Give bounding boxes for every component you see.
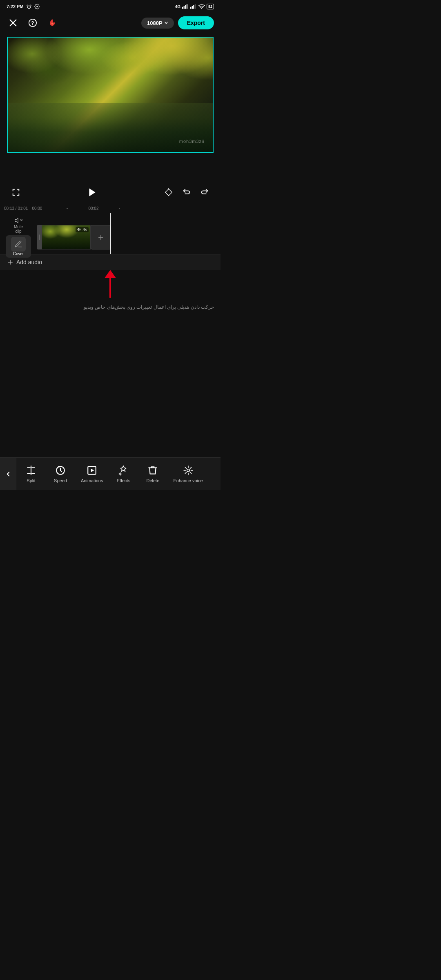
svg-rect-3 xyxy=(185,5,186,9)
tool-split[interactable]: Split xyxy=(16,461,46,486)
tool-enhance[interactable]: Enhance voice xyxy=(167,461,208,486)
split-label: Split xyxy=(27,478,35,483)
svg-marker-14 xyxy=(89,188,95,196)
export-button[interactable]: Export xyxy=(178,16,214,29)
undo-button[interactable] xyxy=(180,186,193,198)
signal-bars-1 xyxy=(182,4,189,9)
svg-rect-6 xyxy=(192,6,193,9)
settings-icon[interactable] xyxy=(34,4,40,9)
signal-bars-2 xyxy=(190,4,197,9)
clip-duration: 46.4s xyxy=(76,227,89,232)
mute-clip-button[interactable]: Mute clip xyxy=(14,216,23,234)
svg-point-9 xyxy=(201,8,202,9)
clip-strip: 46.4s + xyxy=(37,225,111,249)
current-time: 00:13 / 01:01 xyxy=(0,206,32,211)
svg-rect-7 xyxy=(193,5,194,9)
cover-label: Cover xyxy=(13,252,24,256)
svg-marker-15 xyxy=(165,189,172,196)
alarm-icon xyxy=(26,4,32,9)
ruler-marks: 00:00 00:02 xyxy=(32,206,220,211)
status-bar: 7:22 PM 4G 82 xyxy=(0,0,220,13)
enhance-icon xyxy=(183,465,194,476)
cover-button[interactable]: Cover xyxy=(6,235,31,258)
back-button[interactable] xyxy=(0,458,16,490)
network-4g: 4G xyxy=(175,4,180,9)
below-preview-space xyxy=(0,157,220,181)
svg-marker-17 xyxy=(15,218,18,223)
add-clip-button[interactable]: + xyxy=(91,225,111,249)
video-frame: moh3m3zii xyxy=(7,37,214,153)
speed-label: Speed xyxy=(54,478,67,483)
svg-point-27 xyxy=(187,469,189,472)
arrow-head xyxy=(105,270,116,278)
svg-rect-5 xyxy=(190,7,191,9)
svg-rect-2 xyxy=(184,6,185,9)
clock: 7:22 PM xyxy=(7,4,24,9)
svg-rect-4 xyxy=(187,4,187,9)
svg-rect-8 xyxy=(195,4,196,9)
redo-button[interactable] xyxy=(198,186,211,198)
playhead xyxy=(110,213,111,254)
mute-label: Mute xyxy=(14,225,23,229)
tool-delete[interactable]: Delete xyxy=(138,461,167,486)
keyframe-button[interactable] xyxy=(163,186,175,198)
arrow-area xyxy=(0,270,220,298)
tip-area: حرکت دادن هدپلی برای اعمال تغییرات روی ب… xyxy=(0,298,220,316)
close-button[interactable] xyxy=(7,16,20,29)
cover-icon-box xyxy=(11,237,26,252)
tool-animations[interactable]: Animations xyxy=(75,461,109,486)
fullscreen-button[interactable] xyxy=(10,186,22,198)
timeline-ruler: 00:13 / 01:01 00:00 00:02 xyxy=(0,203,220,213)
battery-indicator: 82 xyxy=(207,4,214,9)
wifi-icon xyxy=(198,4,205,9)
animations-label: Animations xyxy=(81,478,103,483)
svg-marker-26 xyxy=(91,469,94,472)
delete-label: Delete xyxy=(147,478,160,483)
speed-icon xyxy=(55,465,66,476)
watermark: moh3m3zii xyxy=(179,139,205,144)
video-canvas: moh3m3zii xyxy=(8,38,213,152)
fire-icon[interactable] xyxy=(46,16,59,29)
upward-arrow xyxy=(109,273,111,298)
svg-text:?: ? xyxy=(31,20,34,26)
bottom-toolbar: Split Speed Animations Effects Delete xyxy=(0,457,220,490)
clip-label: clip xyxy=(15,229,21,234)
help-button[interactable]: ? xyxy=(26,16,39,29)
resolution-selector[interactable]: 1080P xyxy=(141,18,174,29)
clip-thumbnail[interactable]: 46.4s xyxy=(42,225,91,249)
water-reflection-overlay xyxy=(8,103,213,152)
timeline-area: Mute clip Cover 46.4s + xyxy=(0,213,220,254)
top-toolbar: ? 1080P Export xyxy=(0,13,220,33)
tool-items: Split Speed Animations Effects Delete xyxy=(16,461,220,486)
tool-effects[interactable]: Effects xyxy=(109,461,138,486)
status-right: 4G 82 xyxy=(175,4,214,9)
split-icon xyxy=(25,465,37,476)
animations-icon xyxy=(86,465,98,476)
effects-label: Effects xyxy=(117,478,130,483)
tip-text: حرکت دادن هدپلی برای اعمال تغییرات روی ب… xyxy=(7,303,214,311)
delete-icon xyxy=(147,465,158,476)
playback-controls xyxy=(0,181,220,203)
video-preview-area: moh3m3zii xyxy=(0,33,220,157)
clip-resize-left[interactable] xyxy=(37,225,42,249)
enhance-label: Enhance voice xyxy=(173,478,203,483)
effects-icon xyxy=(118,465,129,476)
play-button[interactable] xyxy=(86,186,98,198)
tool-speed[interactable]: Speed xyxy=(46,461,75,486)
track-controls: Mute clip Cover xyxy=(0,216,37,258)
svg-rect-1 xyxy=(182,7,183,9)
